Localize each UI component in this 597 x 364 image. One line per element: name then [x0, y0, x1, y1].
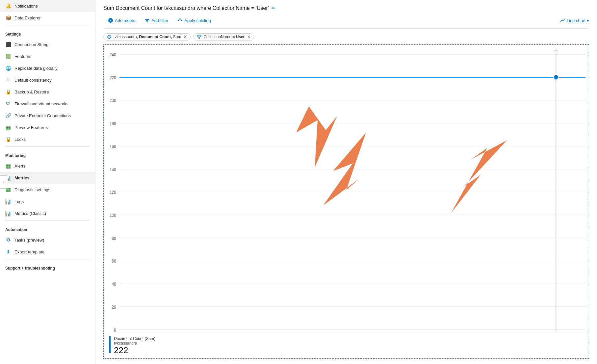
filter-tag-icon — [197, 35, 201, 39]
sidebar-item-features[interactable]: 📗 Features — [0, 50, 95, 62]
apply-splitting-icon — [177, 18, 183, 23]
sidebar-item-locks[interactable]: 🔒 Locks — [0, 133, 95, 145]
sidebar-item-firewall[interactable]: 🛡 Firewall and virtual networks — [0, 98, 95, 110]
svg-text:80: 80 — [112, 236, 116, 241]
sidebar-item-consistency[interactable]: ≡ Default consistency — [0, 74, 95, 86]
svg-text:0: 0 — [114, 327, 116, 333]
section-title-automation: Automation — [0, 222, 95, 234]
svg-point-0 — [178, 20, 179, 21]
sidebar-item-label: Data Explorer — [14, 15, 40, 20]
sidebar-item-tasks[interactable]: ⚙ Tasks (preview) — [0, 234, 95, 246]
line-chart-label: Line chart — [567, 18, 585, 23]
metric-filter-tag[interactable]: tvkcassandra, Document Count, Sum ✕ — [103, 33, 191, 40]
sidebar-item-private-endpoints[interactable]: 🔗 Private Endpoint Connections — [0, 110, 95, 121]
svg-text:40: 40 — [112, 281, 116, 287]
cube-icon: 📦 — [5, 15, 11, 21]
sidebar-item-label: Notifications — [14, 4, 38, 9]
svg-text:120: 120 — [110, 190, 116, 195]
sidebar-item-notifications[interactable]: 🔔 Notifications — [0, 0, 95, 12]
apply-splitting-label: Apply splitting — [184, 18, 211, 23]
add-filter-label: Add filter — [151, 18, 168, 23]
sidebar-item-label: Alerts — [14, 164, 25, 169]
sidebar-item-backup[interactable]: 🔒 Backup & Restore — [0, 86, 95, 98]
svg-text:140: 140 — [110, 167, 116, 172]
lock-icon: 🔒 — [5, 136, 11, 142]
main-inner: Sum Document Count for tvkcassandra wher… — [95, 0, 597, 364]
add-metric-button[interactable]: Add metric — [103, 16, 140, 25]
sidebar: 🔔 Notifications 📦 Data Explorer Settings… — [0, 0, 95, 364]
tasks-icon: ⚙ — [5, 237, 11, 243]
svg-text:60: 60 — [112, 259, 116, 264]
main-content: Sum Document Count for tvkcassandra wher… — [95, 0, 597, 364]
svg-marker-38 — [451, 141, 507, 213]
metrics-classic-icon: 📊 — [5, 210, 11, 216]
sidebar-item-data-explorer[interactable]: 📦 Data Explorer — [0, 12, 95, 24]
add-metric-icon — [108, 18, 113, 23]
svg-point-35 — [554, 75, 558, 80]
globe-icon: 🌐 — [5, 65, 11, 71]
sidebar-item-metrics[interactable]: 📊 Metrics — [0, 172, 95, 184]
sidebar-item-label: Private Endpoint Connections — [14, 113, 71, 118]
apply-splitting-button[interactable]: Apply splitting — [173, 16, 215, 25]
section-title-settings: Settings — [0, 27, 95, 39]
divider-automation — [5, 221, 90, 221]
collapse-sidebar-button[interactable]: ‹ — [0, 175, 7, 189]
chart-svg: 240 220 200 180 160 140 120 100 80 60 40… — [104, 45, 589, 358]
alerts-icon: ▦ — [5, 163, 11, 169]
svg-text:160: 160 — [110, 144, 116, 149]
collection-tag-text: CollectionName = User — [203, 35, 245, 39]
sidebar-item-export[interactable]: ⬆ Export template — [0, 246, 95, 258]
collection-filter-tag[interactable]: CollectionName = User ✕ — [193, 33, 254, 40]
svg-point-2 — [181, 20, 182, 21]
sidebar-item-label: Features — [14, 54, 31, 59]
divider — [5, 25, 90, 25]
filter-tags-row: tvkcassandra, Document Count, Sum ✕ Coll… — [103, 33, 589, 40]
svg-text:100: 100 — [110, 213, 116, 218]
sidebar-item-label: Preview Features — [14, 125, 48, 130]
sidebar-item-diagnostic[interactable]: ▦ Diagnostic settings — [0, 184, 95, 195]
chart-title-text: Sum Document Count for tvkcassandra wher… — [103, 5, 269, 11]
connection-icon: ⬛ — [5, 41, 11, 47]
edit-title-icon[interactable]: ✏ — [272, 6, 275, 11]
sidebar-item-metrics-classic[interactable]: 📊 Metrics (Classic) — [0, 207, 95, 219]
endpoint-icon: 🔗 — [5, 113, 11, 118]
svg-marker-36 — [293, 101, 344, 170]
svg-text:+: + — [554, 47, 558, 55]
sidebar-item-connection-string[interactable]: ⬛ Connection String — [0, 39, 95, 50]
dropdown-arrow-icon: ▾ — [587, 18, 589, 23]
divider-monitoring — [5, 146, 90, 147]
legend-color-bar — [109, 336, 111, 353]
sidebar-item-label: Diagnostic settings — [14, 187, 50, 192]
sidebar-item-label: Export template — [14, 249, 44, 254]
preview-icon: ▦ — [5, 124, 11, 130]
toolbar: Add metric Add filter Apply splitting Li… — [103, 16, 589, 29]
add-filter-button[interactable]: Add filter — [140, 16, 173, 25]
sidebar-item-label: Backup & Restore — [14, 90, 49, 94]
divider-support — [5, 259, 90, 259]
metric-tag-close[interactable]: ✕ — [184, 35, 187, 39]
sidebar-item-label: Default consistency — [14, 78, 52, 83]
consistency-icon: ≡ — [5, 77, 11, 83]
section-title-monitoring: Monitoring — [0, 148, 95, 160]
sidebar-item-label: Connection String — [14, 42, 48, 47]
legend-title: Document Count (Sum) — [114, 336, 155, 341]
metric-tag-text: tvkcassandra, Document Count, Sum — [114, 35, 181, 39]
legend-subtitle: tvkcassandra — [114, 341, 155, 346]
sidebar-item-alerts[interactable]: ▦ Alerts — [0, 160, 95, 172]
svg-text:20: 20 — [112, 304, 116, 310]
sidebar-item-label: Firewall and virtual networks — [14, 101, 68, 106]
sidebar-item-logs[interactable]: 📊 Logs — [0, 195, 95, 207]
bell-icon: 🔔 — [5, 3, 11, 9]
chart-legend: Document Count (Sum) tvkcassandra 222 — [104, 333, 589, 358]
line-chart-selector[interactable]: Line chart ▾ — [560, 18, 589, 23]
chart-title: Sum Document Count for tvkcassandra wher… — [103, 5, 589, 11]
legend-value: 222 — [114, 346, 155, 355]
sidebar-item-label: Replicate data globally — [14, 66, 58, 71]
sidebar-item-preview-features[interactable]: ▦ Preview Features — [0, 121, 95, 133]
sidebar-item-replicate[interactable]: 🌐 Replicate data globally — [0, 62, 95, 74]
collection-tag-close[interactable]: ✕ — [247, 35, 250, 39]
legend-text: Document Count (Sum) tvkcassandra 222 — [114, 336, 155, 355]
line-chart-icon — [560, 18, 565, 23]
sidebar-item-label: Locks — [14, 137, 26, 142]
sidebar-item-label: Tasks (preview) — [14, 238, 44, 243]
